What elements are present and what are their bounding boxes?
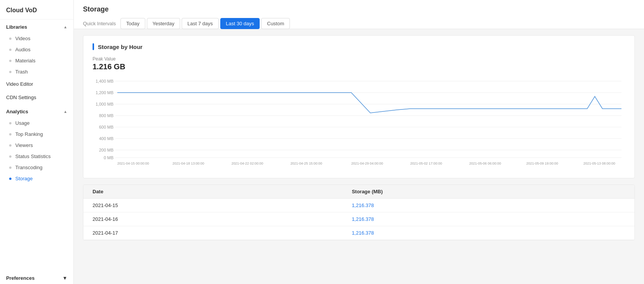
sidebar: Cloud VoD Libraries ▲ Videos Audios Mate… — [0, 0, 74, 284]
svg-text:2021-04-15 00:00:00: 2021-04-15 00:00:00 — [117, 162, 149, 165]
content-area: Storage by Hour Peak Value 1.216 GB 1,40… — [74, 29, 644, 246]
tab-today[interactable]: Today — [120, 18, 145, 29]
analytics-label: Analytics — [6, 109, 28, 114]
cell-date: 2021-04-15 — [83, 199, 343, 212]
sidebar-item-storage[interactable]: Storage — [0, 173, 73, 184]
svg-text:1,000 MB: 1,000 MB — [96, 102, 114, 106]
cell-storage: 1,216.378 — [343, 212, 634, 226]
svg-text:2021-04-25 15:00:00: 2021-04-25 15:00:00 — [290, 162, 322, 165]
chart-container: 1,400 MB 1,200 MB 1,000 MB 800 MB 600 MB… — [93, 77, 625, 170]
dot-icon — [9, 49, 11, 51]
svg-text:1,200 MB: 1,200 MB — [96, 90, 114, 95]
tab-last7days[interactable]: Last 7 days — [182, 18, 219, 29]
cell-storage: 1,216.378 — [343, 226, 634, 240]
chart-title: Storage by Hour — [98, 44, 143, 50]
table-header-row: Date Storage (MB) — [83, 185, 634, 199]
dot-icon — [9, 178, 11, 180]
page-title: Storage — [83, 5, 635, 13]
col-storage: Storage (MB) — [343, 185, 634, 199]
svg-text:2021-04-18 13:00:00: 2021-04-18 13:00:00 — [172, 162, 204, 165]
page-header: Storage Quick Intervals Today Yesterday … — [74, 0, 644, 29]
sidebar-item-label: Videos — [15, 36, 31, 41]
sidebar-item-label: Top Ranking — [15, 131, 43, 137]
sidebar-cdn-settings[interactable]: CDN Settings — [0, 91, 73, 104]
tab-bar: Quick Intervals Today Yesterday Last 7 d… — [83, 18, 635, 29]
tab-custom[interactable]: Custom — [261, 18, 290, 29]
sidebar-item-label: Transcoding — [15, 165, 42, 170]
peak-label: Peak Value — [93, 56, 625, 62]
svg-text:2021-04-29 04:00:00: 2021-04-29 04:00:00 — [351, 162, 383, 165]
preferences-label: Preferences — [6, 275, 34, 281]
sidebar-item-top-ranking[interactable]: Top Ranking — [0, 129, 73, 140]
sidebar-item-status-statistics[interactable]: Status Statistics — [0, 151, 73, 162]
svg-text:2021-05-02 17:00:00: 2021-05-02 17:00:00 — [410, 162, 442, 165]
dot-icon — [9, 144, 11, 147]
sidebar-item-videos[interactable]: Videos — [0, 33, 73, 44]
dot-icon — [9, 38, 11, 40]
preferences-chevron-icon: ▼ — [62, 275, 67, 281]
sidebar-item-label: Status Statistics — [15, 153, 50, 159]
sidebar-item-audios[interactable]: Audios — [0, 44, 73, 55]
dot-icon — [9, 133, 11, 135]
analytics-chevron-icon: ▲ — [63, 109, 67, 114]
dot-icon — [9, 155, 11, 158]
chart-card: Storage by Hour Peak Value 1.216 GB 1,40… — [83, 35, 635, 178]
tab-yesterday[interactable]: Yesterday — [147, 18, 180, 29]
analytics-section-header[interactable]: Analytics ▲ — [0, 104, 73, 118]
libraries-chevron-icon: ▲ — [63, 25, 67, 29]
svg-text:2021-05-13 08:00:00: 2021-05-13 08:00:00 — [584, 162, 615, 165]
svg-text:800 MB: 800 MB — [99, 113, 114, 118]
main-content: Storage Quick Intervals Today Yesterday … — [74, 0, 644, 284]
sidebar-item-usage[interactable]: Usage — [0, 118, 73, 129]
tab-last30days[interactable]: Last 30 days — [220, 18, 260, 29]
sidebar-item-materials[interactable]: Materials — [0, 55, 73, 66]
table-row: 2021-04-151,216.378 — [83, 199, 634, 212]
sidebar-item-viewers[interactable]: Viewers — [0, 140, 73, 151]
chart-title-row: Storage by Hour — [93, 43, 625, 50]
col-date: Date — [83, 185, 343, 199]
sidebar-item-label: Usage — [15, 120, 30, 126]
preferences-section-header[interactable]: Preferences ▼ — [0, 271, 73, 284]
dot-icon — [9, 60, 11, 62]
svg-text:2021-05-09 19:00:00: 2021-05-09 19:00:00 — [526, 162, 558, 165]
svg-text:0 MB: 0 MB — [104, 155, 114, 160]
sidebar-item-label: Audios — [15, 47, 31, 52]
sidebar-item-label: Trash — [15, 69, 28, 75]
peak-value: 1.216 GB — [93, 62, 625, 71]
dot-icon — [9, 166, 11, 169]
svg-text:2021-05-06 06:00:00: 2021-05-06 06:00:00 — [469, 162, 501, 165]
libraries-label: Libraries — [6, 24, 27, 30]
svg-text:200 MB: 200 MB — [99, 148, 114, 152]
libraries-section-header[interactable]: Libraries ▲ — [0, 20, 73, 33]
quick-intervals-label: Quick Intervals — [83, 21, 116, 26]
svg-text:400 MB: 400 MB — [99, 136, 114, 141]
table-row: 2021-04-171,216.378 — [83, 226, 634, 240]
sidebar-item-transcoding[interactable]: Transcoding — [0, 162, 73, 173]
storage-chart: 1,400 MB 1,200 MB 1,000 MB 800 MB 600 MB… — [93, 77, 625, 169]
cell-date: 2021-04-16 — [83, 212, 343, 226]
sidebar-item-label: Storage — [15, 176, 33, 181]
dot-icon — [9, 71, 11, 73]
sidebar-video-editor[interactable]: Video Editor — [0, 77, 73, 91]
sidebar-item-label: Viewers — [15, 142, 33, 148]
sidebar-item-trash[interactable]: Trash — [0, 66, 73, 77]
svg-text:600 MB: 600 MB — [99, 125, 114, 129]
svg-text:2021-04-22 02:00:00: 2021-04-22 02:00:00 — [231, 162, 263, 165]
chart-title-bar-icon — [93, 43, 94, 50]
cell-date: 2021-04-17 — [83, 226, 343, 240]
table-row: 2021-04-161,216.378 — [83, 212, 634, 226]
storage-table: Date Storage (MB) 2021-04-151,216.378202… — [83, 185, 634, 240]
dot-icon — [9, 122, 11, 124]
svg-text:1,400 MB: 1,400 MB — [96, 79, 114, 83]
app-logo: Cloud VoD — [0, 0, 73, 20]
sidebar-item-label: Materials — [15, 58, 36, 64]
cell-storage: 1,216.378 — [343, 199, 634, 212]
table-card: Date Storage (MB) 2021-04-151,216.378202… — [83, 184, 635, 240]
